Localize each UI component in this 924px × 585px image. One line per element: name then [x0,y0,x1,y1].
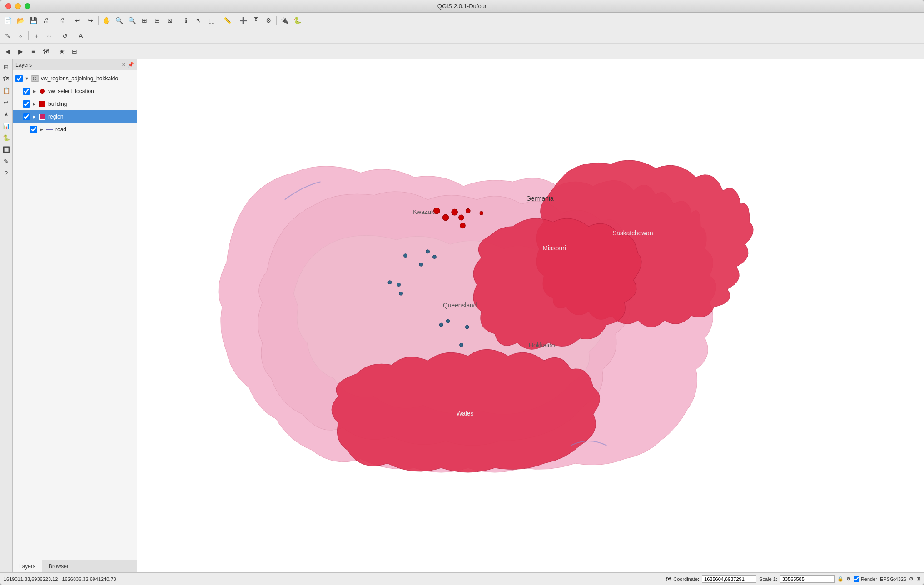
snapping-button[interactable]: 🔲 [1,144,12,155]
rotate-button[interactable]: ↺ [59,30,71,42]
node-tool-button[interactable]: ⬦ [15,30,26,42]
processing-button[interactable]: ⚙ [263,15,274,26]
epsg-settings-icon[interactable]: ⚙ [909,576,914,582]
toolbar-separator-5 [219,16,219,25]
layer-item-region[interactable]: ▶ region [13,110,137,123]
identify-button[interactable]: ℹ [180,15,192,26]
label-kwazulu: KwaZulu [413,208,436,215]
toolbar-separator-9 [57,31,57,40]
layers-pin-icon[interactable]: 📌 [128,62,134,68]
bookmark-button[interactable]: ★ [1,109,12,119]
undo-button[interactable]: ↩ [72,15,84,26]
coordinate-label: Coordinate: [673,576,699,582]
layers-panel-header: Layers ✕ 📌 [13,59,137,70]
layer-toggle-vw-select[interactable] [23,88,30,95]
layer-expand-region[interactable]: ▶ [31,114,37,120]
pan-button[interactable]: ✋ [100,15,112,26]
select-button[interactable]: ↖ [193,15,204,26]
tab-browser[interactable]: Browser [42,560,75,572]
layer-expand-vw-select[interactable]: ▶ [31,88,37,94]
label-missouri: Missouri [543,245,566,252]
layer-panel-button[interactable]: ⊞ [1,61,12,72]
python-button[interactable]: 🐍 [291,15,303,26]
map-theme-button[interactable]: 🗺 [40,45,52,57]
python-console-button[interactable]: 🐍 [1,132,12,143]
layer-icon-building [38,100,46,108]
layer-icon-vw-select [38,87,46,95]
log-button[interactable]: 📋 [1,85,12,96]
zoom-full-button[interactable]: ⊞ [139,15,150,26]
save-as-button[interactable]: 🖨 [40,15,52,26]
toolbar-separator-1 [54,16,54,25]
layer-expand-building[interactable]: ▶ [31,101,37,107]
layer-icon-vw-regions: G [31,74,39,83]
layer-toggle-road[interactable] [30,126,37,133]
toolbar-separator-10 [73,31,73,40]
print-button[interactable]: 🖨 [56,15,68,26]
layer-toggle-vw-regions[interactable] [15,75,23,82]
scale-input[interactable] [780,575,835,583]
help-button[interactable]: ? [1,168,12,178]
open-project-button[interactable]: 📂 [15,15,26,26]
status-coordinates: 1619011.83,6936223.12 : 1626836.32,69412… [4,576,662,582]
minimize-button[interactable] [15,3,21,9]
move-feature-button[interactable]: ↔ [43,30,55,42]
new-project-button[interactable]: 📄 [2,15,14,26]
add-feature-button[interactable]: + [30,30,42,42]
layer-item-vw-regions[interactable]: ▼ G vw_regions_adjoining_hokkaido [13,72,137,85]
layer-order-button[interactable]: ≡ [27,45,39,57]
layers-close-icon[interactable]: ✕ [122,62,126,68]
undo-history-button[interactable]: ↩ [1,97,12,108]
layer-name-vw-select: vw_select_location [48,88,134,94]
svg-point-18 [446,319,450,323]
layer-expand-vw-regions[interactable]: ▼ [24,75,30,82]
overview-button[interactable]: 🗺 [1,73,12,84]
statistics-button[interactable]: 📊 [1,120,12,131]
select-rect-button[interactable]: ⬚ [205,15,217,26]
zoom-in-button[interactable]: 🔍 [113,15,125,26]
coordinate-input[interactable] [702,575,756,583]
svg-point-17 [439,323,443,327]
forward-button[interactable]: ▶ [15,45,26,57]
scale-label: Scale 1: [759,576,777,582]
render-checkbox[interactable] [854,576,859,582]
label-button[interactable]: A [75,30,87,42]
toolbar-row-2: ✎ ⬦ + ↔ ↺ A [0,28,924,44]
edit-button[interactable]: ✎ [2,30,14,42]
digitize-button[interactable]: ✎ [1,156,12,167]
layer-icon-road [45,125,54,134]
svg-point-20 [460,343,463,347]
layer-item-building[interactable]: ▶ building [13,98,137,110]
add-layer-button[interactable]: ➕ [237,15,249,26]
zoom-out-button[interactable]: 🔍 [126,15,138,26]
traffic-lights [5,3,30,9]
redo-button[interactable]: ↪ [84,15,96,26]
status-bar: 1619011.83,6936223.12 : 1626836.32,69412… [0,572,924,585]
tab-layers[interactable]: Layers [13,560,42,572]
toolbar-separator-2 [70,16,70,25]
layer-toggle-building[interactable] [23,100,30,108]
layer-item-road[interactable]: ▶ road [13,123,137,136]
layer-expand-road[interactable]: ▶ [38,126,45,133]
svg-point-5 [452,209,458,215]
maximize-button[interactable] [25,3,30,9]
toolbar-separator-11 [54,47,54,56]
layer-name-vw-regions: vw_regions_adjoining_hokkaido [41,75,134,82]
layer-item-vw-select[interactable]: ▶ vw_select_location [13,85,137,98]
measure-button[interactable]: 📏 [221,15,233,26]
plugin-button[interactable]: 🔌 [278,15,290,26]
map-canvas[interactable]: Germania Saskatchewan Missouri KwaZulu Q… [137,59,924,572]
svg-point-16 [399,292,403,295]
spatial-bookmark-button[interactable]: ★ [56,45,68,57]
layers-panel-header-icons: ✕ 📌 [122,62,134,68]
data-source-button[interactable]: 🗄 [250,15,262,26]
layer-toggle-region[interactable] [23,113,30,120]
back-button[interactable]: ◀ [2,45,14,57]
status-expand-icon[interactable]: ⊞ [916,576,920,582]
filter-button[interactable]: ⊟ [69,45,80,57]
close-button[interactable] [5,3,11,9]
zoom-layer-button[interactable]: ⊟ [151,15,163,26]
zoom-selection-button[interactable]: ⊠ [164,15,176,26]
label-hokkaido: Hokkaido [529,342,555,349]
save-project-button[interactable]: 💾 [27,15,39,26]
